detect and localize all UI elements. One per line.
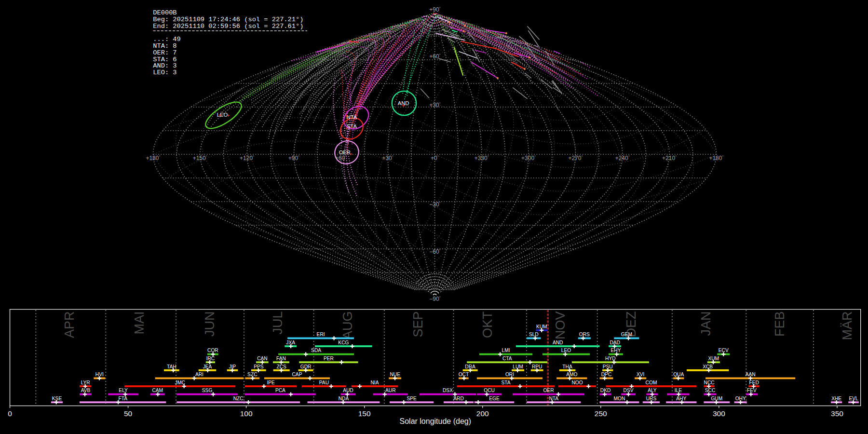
svg-text:+120°: +120° (240, 155, 254, 162)
svg-text:OCT: OCT (459, 372, 469, 377)
svg-text:CAP: CAP (292, 372, 302, 377)
svg-text:End: 20251110 02:59:56 (sol =: End: 20251110 02:59:56 (sol = 227.61°) (153, 23, 303, 30)
svg-text:DRA: DRA (465, 364, 475, 369)
svg-text:STA: 6: STA: 6 (153, 56, 176, 63)
svg-text:AUR: AUR (385, 388, 396, 393)
svg-text:CAM: CAM (152, 388, 163, 393)
svg-text:ZCS: ZCS (277, 364, 287, 369)
svg-text:ORI: ORI (505, 372, 514, 377)
svg-text:+270°: +270° (568, 155, 583, 162)
svg-text:JUN: JUN (203, 312, 217, 337)
svg-text:ILE: ILE (675, 388, 682, 393)
svg-text:SEP: SEP (411, 312, 425, 338)
svg-text:...: 49: ...: 49 (153, 36, 181, 43)
svg-text:DSX: DSX (443, 388, 453, 393)
svg-text:JIP: JIP (229, 364, 236, 369)
svg-text:NTA: NTA (549, 396, 558, 401)
svg-text:EHY: EHY (611, 348, 621, 353)
svg-text:NIA: NIA (371, 380, 379, 385)
svg-text:AHY: AHY (676, 396, 686, 401)
svg-text:LUM: LUM (513, 364, 523, 369)
svg-text:AMO: AMO (566, 372, 577, 377)
svg-text:JAN: JAN (699, 312, 713, 336)
svg-text:JEA: JEA (203, 364, 212, 369)
svg-text:GEM: GEM (621, 332, 632, 337)
svg-text:FTA: FTA (118, 396, 127, 401)
svg-text:GDR: GDR (300, 364, 312, 369)
svg-text:−30°: −30° (429, 201, 441, 208)
svg-text:EGE: EGE (489, 396, 500, 401)
svg-text:DE000B: DE000B (153, 9, 176, 16)
svg-text:OCU: OCU (484, 388, 495, 393)
svg-text:LEO: LEO (217, 112, 228, 118)
svg-text:TAH: TAH (167, 364, 176, 369)
svg-text:+90°: +90° (288, 155, 300, 162)
svg-text:AND: 3: AND: 3 (153, 62, 176, 69)
svg-text:ARD: ARD (453, 396, 464, 401)
svg-text:COR: COR (207, 348, 218, 353)
svg-text:CTA: CTA (502, 356, 512, 361)
svg-text:GUM: GUM (711, 396, 722, 401)
svg-text:APR: APR (62, 312, 77, 339)
svg-text:HYD: HYD (605, 356, 616, 361)
svg-text:150: 150 (358, 409, 371, 418)
svg-text:SDA: SDA (311, 348, 321, 353)
svg-text:+30°: +30° (429, 102, 441, 108)
svg-text:AND: AND (553, 340, 563, 345)
svg-text:50: 50 (124, 409, 133, 418)
svg-text:PCA: PCA (275, 388, 285, 393)
svg-text:NTA: NTA (347, 114, 357, 120)
svg-text:SSG: SSG (202, 388, 213, 393)
svg-text:ORS: ORS (579, 332, 590, 337)
svg-text:+60°: +60° (335, 155, 347, 162)
svg-text:MAI: MAI (132, 312, 147, 335)
svg-text:IRC: IRC (206, 356, 215, 361)
svg-text:NOV: NOV (553, 312, 568, 340)
svg-text:XHE: XHE (831, 396, 841, 401)
svg-text:JXA: JXA (286, 340, 295, 345)
svg-text:250: 250 (595, 409, 607, 418)
svg-text:DAD: DAD (610, 340, 620, 345)
svg-text:SCC: SCC (705, 388, 716, 393)
svg-text:AUD: AUD (343, 388, 353, 393)
svg-text:STA: STA (501, 380, 510, 385)
svg-text:PER: PER (324, 356, 334, 361)
svg-text:KCG: KCG (338, 340, 349, 345)
svg-text:XCB: XCB (703, 364, 713, 369)
svg-text:−60°: −60° (429, 248, 441, 255)
svg-text:QUA: QUA (673, 372, 684, 377)
svg-text:ERI: ERI (317, 332, 325, 337)
svg-text:OKT: OKT (480, 312, 495, 339)
svg-text:OER: OER (543, 388, 554, 393)
svg-text:+330°: +330° (475, 155, 489, 162)
svg-text:AAN: AAN (746, 372, 756, 377)
svg-text:ARI: ARI (195, 372, 203, 377)
svg-text:+180°: +180° (709, 155, 723, 162)
svg-text:FEB: FEB (773, 312, 787, 337)
svg-text:−90°: −90° (429, 296, 441, 302)
svg-text:AVB: AVB (81, 388, 91, 393)
svg-text:350: 350 (831, 409, 843, 418)
svg-text:+210°: +210° (662, 155, 677, 162)
svg-text:NDA: NDA (339, 396, 349, 401)
svg-text:DSV: DSV (624, 388, 634, 393)
svg-text:DKD: DKD (600, 388, 611, 393)
svg-text:URS: URS (646, 396, 657, 401)
svg-text:MON: MON (614, 396, 625, 401)
svg-text:+150°: +150° (193, 155, 207, 162)
svg-text:+180°: +180° (146, 155, 160, 162)
svg-text:NUE: NUE (390, 372, 400, 377)
svg-text:FAN: FAN (276, 356, 286, 361)
svg-text:AUG: AUG (340, 312, 355, 340)
svg-text:SPE: SPE (407, 396, 417, 401)
svg-text:Solar longitude (deg): Solar longitude (deg) (400, 417, 472, 425)
svg-text:LEO: LEO (561, 348, 571, 353)
svg-text:+90°: +90° (429, 6, 441, 13)
svg-text:SLD: SLD (529, 332, 539, 337)
svg-text:RPU: RPU (532, 364, 542, 369)
svg-text:ALY: ALY (648, 388, 657, 393)
svg-text:ELY: ELY (119, 388, 128, 393)
svg-text:Beg: 20251109 17:24:46 (sol =: Beg: 20251109 17:24:46 (sol = 227.21°) (153, 16, 303, 23)
svg-text:+60°: +60° (429, 53, 441, 60)
svg-text:NZC: NZC (233, 396, 244, 401)
